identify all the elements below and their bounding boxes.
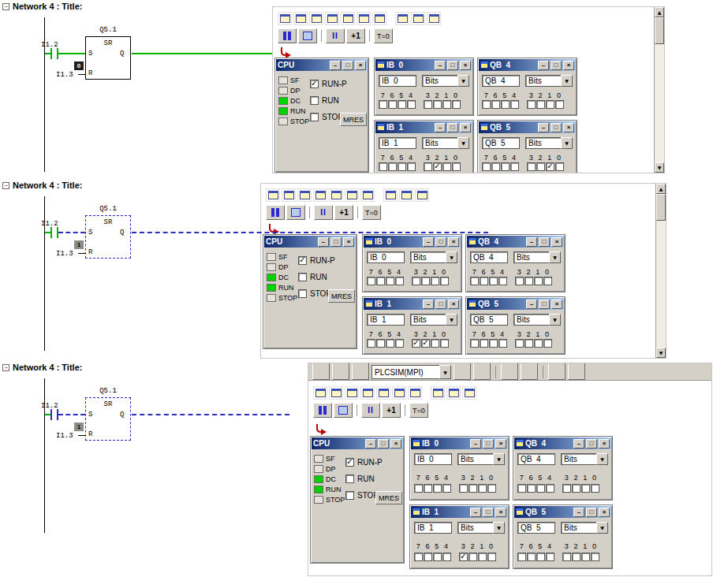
network-header: − Network 4 : Title: (2, 181, 82, 190)
status-value-badge: 1 (74, 240, 84, 249)
set-pin-label: S (88, 229, 92, 236)
plc-status-panel: − Network 4 : Title: I1.2 Q5.1 SR S R Q … (0, 0, 728, 179)
sr-block-operand-label[interactable]: Q5.1 (85, 387, 131, 395)
reset-operand-label[interactable]: I1.3 (56, 71, 73, 79)
wire-segment (58, 53, 85, 54)
wire-segment (132, 53, 272, 54)
status-value-badge: 1 (74, 423, 84, 431)
plc-status-panel: − Network 4 : Title: I1.2 Q5.1 SR S R Q … (0, 361, 728, 577)
sr-block-type-label: SR (85, 218, 131, 226)
wire-segment (132, 232, 488, 233)
wire-segment (45, 232, 50, 233)
network-header: − Network 4 : Title: (2, 363, 82, 372)
wire-segment (78, 253, 85, 254)
status-value-badge: 0 (74, 61, 84, 70)
wire-segment (58, 414, 85, 415)
collapse-icon[interactable]: − (2, 364, 9, 371)
collapse-icon[interactable]: − (2, 182, 9, 189)
contact-icon[interactable] (50, 409, 52, 420)
ladder-diagram: I1.2 Q5.1 SR S R Q I1.3 1 (0, 361, 728, 577)
reset-pin-label: R (88, 69, 92, 77)
network-title: Network 4 : Title: (13, 363, 82, 372)
q-pin-label: Q (120, 50, 124, 58)
q-pin-label: Q (120, 411, 124, 419)
ladder-diagram: I1.2 Q5.1 SR S R Q I1.3 0 (0, 0, 728, 179)
sr-block-operand-label[interactable]: Q5.1 (85, 26, 131, 34)
wire-segment (78, 74, 85, 75)
sr-block-type-label: SR (85, 400, 131, 408)
reset-operand-label[interactable]: I1.3 (56, 250, 73, 258)
collapse-icon[interactable]: − (2, 3, 9, 10)
network-title: Network 4 : Title: (13, 181, 82, 190)
contact-icon[interactable] (50, 48, 52, 59)
set-pin-label: S (88, 50, 92, 58)
sr-block-operand-label[interactable]: Q5.1 (85, 205, 131, 213)
reset-operand-label[interactable]: I1.3 (56, 432, 73, 440)
ladder-diagram: I1.2 Q5.1 SR S R Q I1.3 1 (0, 179, 728, 361)
sr-block-type-label: SR (85, 39, 131, 47)
contact-operand-label[interactable]: I1.2 (41, 41, 58, 49)
contact-operand-label[interactable]: I1.2 (41, 220, 58, 228)
wire-segment (45, 53, 50, 54)
plc-status-panel: − Network 4 : Title: I1.2 Q5.1 SR S R Q … (0, 179, 728, 361)
network-title: Network 4 : Title: (13, 2, 82, 11)
wire-segment (45, 414, 50, 415)
network-header: − Network 4 : Title: (2, 2, 82, 11)
contact-operand-label[interactable]: I1.2 (41, 402, 58, 410)
set-pin-label: S (88, 411, 92, 419)
contact-icon[interactable] (50, 227, 52, 238)
q-pin-label: Q (120, 229, 124, 236)
reset-pin-label: R (88, 248, 92, 256)
wire-segment (58, 232, 85, 233)
wire-segment (78, 435, 85, 436)
reset-pin-label: R (88, 430, 92, 438)
page: − Network 4 : Title: I1.2 Q5.1 SR S R Q … (0, 0, 728, 577)
wire-segment (132, 414, 289, 415)
